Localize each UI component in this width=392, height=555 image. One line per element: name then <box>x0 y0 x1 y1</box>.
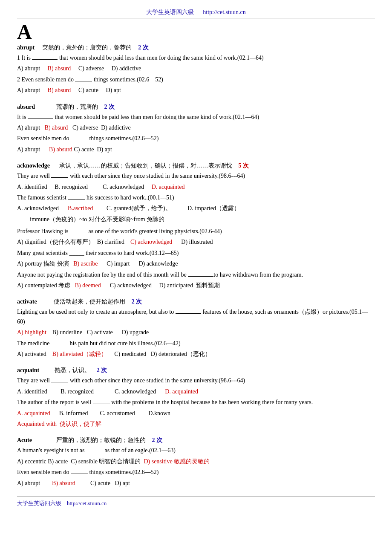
word-acknowledge: acknowledge <box>17 162 50 169</box>
q1-activate: Lighting can be used not only to create … <box>17 307 375 327</box>
footer-url: http://cet.stuun.cn <box>67 500 107 506</box>
q1-activate-options: A) highlight B) underline C) activate D)… <box>17 328 375 337</box>
q5-acknowledge-options: A) contemplated 考虑 B) deemed C) acknowle… <box>17 281 375 290</box>
word-abrupt: abrupt <box>17 44 35 51</box>
q1-acknowledge: They are well with each other since they… <box>17 171 375 181</box>
page-footer: 大学生英语四六级 http://cet.stuun.cn <box>17 497 375 507</box>
entry-abrupt: abrupt 突然的，意外的；唐突的，鲁莽的 2 次 1 It is that … <box>17 44 375 95</box>
q1-acute: A human's eyesight is not as as that of … <box>17 446 375 455</box>
def-acknowledge: 承认，承认……的权威；告知收到，确认；报偿，对……表示谢忱 <box>58 162 235 170</box>
q1-abrupt: 1 It is that women should be paid less t… <box>17 53 375 63</box>
def-absurd: 荒谬的，荒唐的 <box>43 103 101 111</box>
q2-activate: The medicine his pain but did not cure h… <box>17 339 375 348</box>
entry-absurd: absurd 荒谬的，荒唐的 2 次 It is that women shou… <box>17 103 375 155</box>
count-activate: 2 次 <box>132 298 142 306</box>
q2-acute-options: A) abrupt B) absurd C) acute D) apt <box>17 479 375 488</box>
q2-acquaint-options: A. acquainted B. informed C. accustomed … <box>17 409 375 418</box>
entry-acute: Acute 严重的，激烈的；敏锐的；急性的 2 次 A human's eyes… <box>17 436 375 488</box>
word-absurd: absurd <box>17 104 35 110</box>
q1-abrupt-options: A) abrupt B) absurd C) adverse D) addict… <box>17 64 375 73</box>
q1-absurd-options: A) abrupt B) absurd C) adverse D) addict… <box>17 123 375 133</box>
acquaint-extra: Acquainted with 使认识，使了解 <box>17 419 375 429</box>
word-acquaint: acquaint <box>17 367 39 374</box>
count-abrupt: 2 次 <box>138 44 149 52</box>
q2-acknowledge-options: A. acknowledged B.ascribed C. granted(赋予… <box>17 204 375 213</box>
q2-acknowledge: The famous scientist his success to hard… <box>17 193 375 202</box>
count-absurd: 2 次 <box>104 103 115 111</box>
header-site-name: 大学生英语四六级 <box>146 9 194 15</box>
section-letter: A <box>17 22 375 42</box>
def-activate: 使活动起来，使开始起作用 <box>45 298 128 306</box>
page-header: 大学生英语四六级 http://cet.stuun.cn <box>17 9 375 18</box>
q2-activate-options: A) activated B) alleviated（减轻） C) medica… <box>17 350 375 359</box>
q4-acknowledge: Many great scientists _____ their succes… <box>17 249 375 258</box>
count-acquaint: 2 次 <box>97 367 107 374</box>
q2-absurd: Even sensible men do things sometimes.(0… <box>17 134 375 143</box>
q1-acute-options: A) eccentric B) acute C) sensible 明智的合情理… <box>17 457 375 466</box>
q1-acquaint-options: A. identified B. recognized C. acknowled… <box>17 387 375 396</box>
header-url: http://cet.stuun.cn <box>203 9 245 15</box>
def-acquaint: 熟悉，认识。 <box>47 367 93 374</box>
q1-acknowledge-options: A. identified B. recognized C. acknowled… <box>17 182 375 192</box>
q2-acquaint: The author of the report is well with th… <box>17 398 375 407</box>
word-activate: activate <box>17 298 37 305</box>
q1-acquaint: They are well with each other since they… <box>17 376 375 385</box>
entry-activate: activate 使活动起来，使开始起作用 2 次 Lighting can b… <box>17 298 375 359</box>
q1-absurd: It is that women should be paid less tha… <box>17 113 375 122</box>
q3-acknowledge: Professor Hawking is as one of the world… <box>17 227 375 236</box>
q4-acknowledge-options: A) portray 描绘 扮演 B) ascribe C) impart D)… <box>17 259 375 269</box>
footer-site-name: 大学生英语四六级 <box>17 500 61 506</box>
q2-absurd-options: A) abrupt B) absurd C) acute D) apt <box>17 145 375 154</box>
entry-acknowledge: acknowledge 承认，承认……的权威；告知收到，确认；报偿，对……表示谢… <box>17 162 375 290</box>
entry-acquaint: acquaint 熟悉，认识。 2 次 They are well with e… <box>17 367 375 429</box>
def-abrupt: 突然的，意外的；唐突的，鲁莽的 <box>42 44 135 52</box>
q2-abrupt-options: A) abrupt B) absurd C) acute D) apt <box>17 86 375 95</box>
word-acute: Acute <box>17 437 32 444</box>
q2-abrupt: 2 Even sensible men do things sometimes.… <box>17 75 375 84</box>
acknowledge-extra: immune（免疫的）~to 对什么不受影响~from 免除的 <box>30 215 375 224</box>
def-acute: 严重的，激烈的；敏锐的；急性的 <box>40 436 149 444</box>
q3-acknowledge-options: A) dignified（使什么有尊严） B) clarified C) ack… <box>17 237 375 247</box>
count-acute: 2 次 <box>152 436 163 444</box>
q5-acknowledge: Anyone not paying the registration fee b… <box>17 270 375 280</box>
q2-acute: Even sensible men do things sometimes.(0… <box>17 468 375 477</box>
count-acknowledge: 5 次 <box>239 162 249 170</box>
